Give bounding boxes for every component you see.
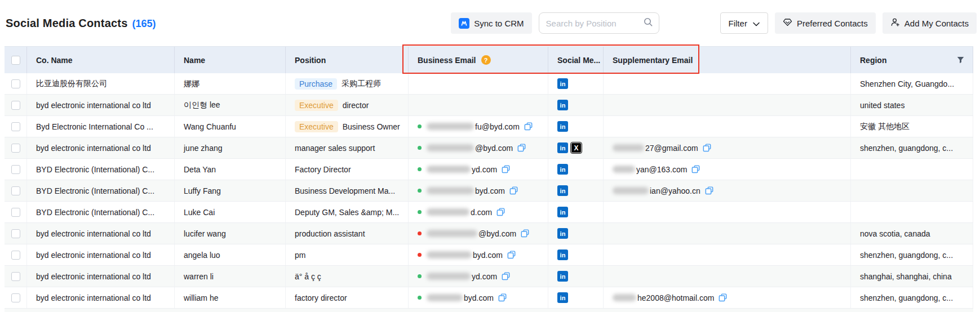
row-select-cell	[5, 244, 27, 265]
table-row: Byd Electronic International Co ...Wang …	[5, 116, 973, 137]
email-visible-part: byd.com	[475, 186, 505, 195]
name-cell: lucifer wang	[175, 223, 286, 244]
row-select-cell	[5, 137, 27, 158]
email-visible-part: yd.com	[472, 272, 497, 281]
email-status-dot	[418, 189, 422, 193]
name-cell: 娜娜	[175, 73, 286, 94]
email-visible-part: fu@byd.com	[475, 122, 520, 131]
linkedin-icon[interactable]: in	[557, 249, 568, 260]
position-text: factory director	[295, 293, 347, 302]
position-text: pm	[295, 251, 305, 260]
gem-icon	[783, 17, 792, 29]
copy-icon[interactable]	[704, 186, 714, 195]
co-name-cell: byd electronic international co ltd	[27, 95, 175, 115]
name-cell: 이인형 lee	[175, 95, 286, 115]
position-badge: Executive	[295, 100, 338, 111]
linkedin-icon[interactable]: in	[557, 100, 568, 110]
email-visible-part: @byd.com	[475, 144, 513, 153]
row-checkbox[interactable]	[11, 251, 20, 260]
row-select-cell	[5, 266, 27, 287]
supplementary-email-cell	[604, 244, 851, 265]
row-checkbox[interactable]	[11, 186, 20, 195]
co-name-cell: byd electronic international co ltd	[27, 244, 175, 265]
linkedin-icon[interactable]: in	[557, 271, 568, 282]
position-badge: Purchase	[295, 78, 337, 90]
col-header-social-media: Social Me...	[548, 47, 604, 73]
row-checkbox[interactable]	[11, 272, 20, 281]
topbar: Social Media Contacts (165) Sync to CRM …	[0, 0, 980, 46]
name-cell: Wang Chuanfu	[175, 116, 286, 137]
email-status-dot	[418, 231, 422, 235]
name-cell: warren li	[175, 266, 286, 287]
add-my-contacts-button[interactable]: Add My Contacts	[883, 12, 977, 34]
business-email-cell: @byd.com	[409, 223, 548, 244]
row-checkbox[interactable]	[11, 208, 20, 217]
copy-icon[interactable]	[691, 164, 700, 174]
position-text: 采购工程师	[342, 79, 381, 89]
row-select-cell	[5, 287, 27, 308]
row-checkbox[interactable]	[11, 229, 20, 238]
position-text: Factory Director	[295, 165, 351, 174]
business-email-cell: byd.com	[409, 180, 548, 201]
row-checkbox[interactable]	[11, 165, 20, 174]
search-icon[interactable]	[643, 17, 653, 29]
copy-icon[interactable]	[520, 229, 530, 238]
copy-icon[interactable]	[718, 293, 728, 302]
supplementary-email-cell: yan@163.com	[604, 159, 851, 180]
linkedin-icon[interactable]: in	[557, 121, 568, 132]
row-checkbox[interactable]	[11, 144, 20, 153]
copy-icon[interactable]	[702, 143, 712, 153]
row-checkbox[interactable]	[11, 101, 20, 110]
email-status-dot	[418, 274, 422, 278]
redacted-email-part	[427, 166, 471, 173]
copy-icon[interactable]	[498, 293, 507, 302]
position-cell: ä° å ç ç	[286, 266, 409, 287]
region-filter-funnel-icon[interactable]	[956, 56, 965, 66]
col-header-co-name: Co. Name	[27, 47, 175, 73]
linkedin-icon[interactable]: in	[557, 142, 568, 153]
redacted-email-part	[427, 144, 474, 151]
copy-icon[interactable]	[501, 271, 511, 281]
filter-button[interactable]: Filter	[720, 12, 768, 34]
search-input[interactable]	[546, 19, 643, 28]
co-name-cell: BYD Electronic (International) C...	[27, 159, 175, 180]
search-box[interactable]	[539, 12, 659, 34]
email-visible-part: he2008@hotmail.com	[637, 293, 714, 302]
linkedin-icon[interactable]: in	[557, 164, 568, 175]
sync-to-crm-button[interactable]: Sync to CRM	[451, 12, 531, 34]
col-header-supplementary-email: Supplementary Email	[604, 47, 851, 73]
copy-icon[interactable]	[517, 143, 526, 153]
select-all-cell	[5, 47, 27, 73]
row-checkbox[interactable]	[11, 293, 20, 302]
business-email-cell	[409, 95, 548, 115]
copy-icon[interactable]	[524, 122, 533, 131]
linkedin-icon[interactable]: in	[557, 228, 568, 239]
email-status-dot	[418, 253, 422, 257]
row-checkbox[interactable]	[11, 122, 20, 131]
copy-icon[interactable]	[509, 186, 518, 195]
row-checkbox[interactable]	[11, 79, 20, 88]
co-name-cell: BYD Electronic (International) C...	[27, 202, 175, 222]
copy-icon[interactable]	[501, 164, 511, 174]
x-icon[interactable]: X	[571, 142, 582, 153]
position-text: Deputy GM, Sales &amp; M...	[295, 208, 399, 217]
col-header-region: Region	[851, 47, 973, 73]
redacted-email-part	[427, 273, 471, 280]
table-row: byd electronic international co ltd이인형 l…	[5, 95, 973, 116]
preferred-contacts-button[interactable]: Preferred Contacts	[775, 12, 876, 34]
linkedin-icon[interactable]: in	[557, 78, 568, 89]
copy-icon[interactable]	[507, 250, 516, 260]
region-cell: united states	[851, 95, 973, 115]
name-cell: june zhang	[175, 137, 286, 158]
business-email-label: Business Email	[418, 56, 476, 65]
linkedin-icon[interactable]: in	[557, 207, 568, 217]
social-media-cell: in	[548, 287, 604, 308]
row-select-cell	[5, 202, 27, 222]
copy-icon[interactable]	[496, 207, 505, 217]
email-visible-part: byd.com	[464, 293, 494, 302]
row-select-cell	[5, 116, 27, 137]
linkedin-icon[interactable]: in	[557, 292, 568, 303]
select-all-checkbox[interactable]	[11, 56, 20, 65]
help-question-icon[interactable]: ?	[481, 55, 491, 65]
linkedin-icon[interactable]: in	[557, 185, 568, 196]
